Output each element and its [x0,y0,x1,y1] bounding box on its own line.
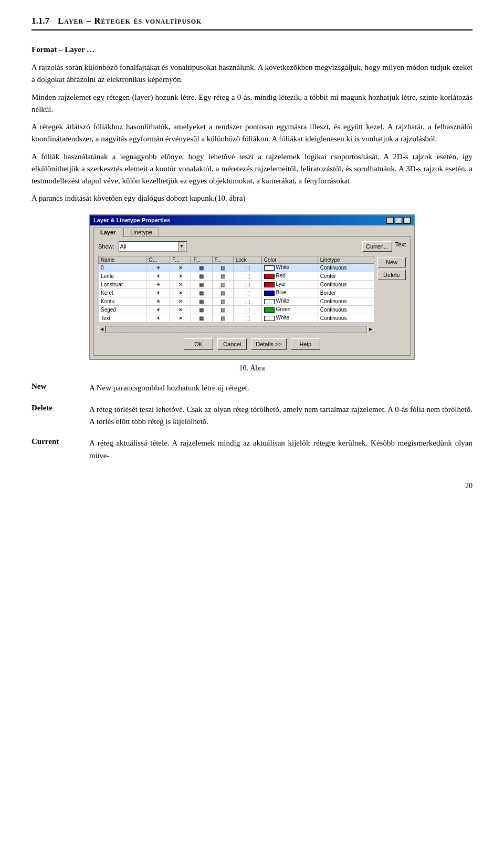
layer-name: 0 [99,263,146,272]
current-button[interactable]: Curren... [362,241,392,252]
layer-lock: ⬚ [233,272,261,280]
layer-lock: ⬚ [233,263,261,272]
layer-lock: ⬚ [233,314,261,322]
show-row: Show: All ▼ Curren... Text [98,241,406,252]
layer-icon-1: ✕ [170,280,191,288]
col-linetype: Linetype [318,256,374,263]
layer-color: Blue [261,288,318,297]
layer-icon-0: ☀ [146,272,170,280]
tab-linetype[interactable]: Linetype [123,228,159,236]
col-lock: Lock [233,256,261,263]
layer-color: Lyar [261,280,318,288]
table-row[interactable]: Keret☀✕▦▧⬚ BlueBorder [99,288,374,297]
ok-button[interactable]: OK [184,338,213,350]
page-number: 20 [32,482,472,490]
dialog-titlebar: Layer & Linetype Properties _ □ ✕ [90,215,414,225]
dialog-title: Layer & Linetype Properties [93,217,170,223]
layer-icon-0: ☀ [146,314,170,322]
show-dropdown[interactable]: All ▼ [119,241,187,252]
layer-icon-2: ▦ [191,280,212,288]
help-button[interactable]: Help [291,338,320,350]
show-right-buttons: Curren... Text [362,241,406,252]
layer-icon-2: ▦ [191,263,212,272]
col-o: O... [146,256,170,263]
layer-icon-2: ▦ [191,272,212,280]
table-row[interactable]: Lente☀✕▦▧⬚ RedCenter [99,272,374,280]
layer-lock: ⬚ [233,305,261,314]
show-label: Show: [98,243,114,250]
scroll-left-button[interactable]: ◀ [98,326,106,333]
layer-linetype: Continuous [318,297,374,305]
chapter-number: 1.1.7 [32,16,49,26]
scroll-right-button[interactable]: ▶ [367,326,374,333]
table-row[interactable]: Kontu☀✕▦▧⬚ WhiteContinuous [99,297,374,305]
new-button[interactable]: New [377,257,406,267]
layer-icon-1: ✕ [170,288,191,297]
layer-table-area: Name O... F... F... F... Lock Color Line… [98,256,374,336]
layer-icon-2: ▦ [191,305,212,314]
definition-row: DeleteA réteg törlését teszi lehetõvé. C… [32,404,472,438]
layer-icon-1: ✕ [170,305,191,314]
dialog-main-area: Name O... F... F... F... Lock Color Line… [98,256,406,336]
layer-linetype: Border [318,288,374,297]
layer-table: Name O... F... F... F... Lock Color Line… [98,256,374,323]
layer-lock: ⬚ [233,288,261,297]
table-row[interactable]: Text☀✕▦▧⬚ WhiteContinuous [99,314,374,322]
col-color: Color [261,256,318,263]
dialog-tabs: Layer Linetype [90,225,414,236]
table-row[interactable]: Lonstruat☀✕▦▧⬚ LyarContinuous [99,280,374,288]
layer-name: Text [99,314,146,322]
delete-button[interactable]: Delete [377,270,406,280]
maximize-button[interactable]: □ [395,217,402,224]
layer-color: White [261,297,318,305]
paragraph-5: A parancs indítását követõen egy dialógu… [32,192,472,204]
dialog-bottom-buttons: OK Cancel Details >> Help [98,336,406,351]
layer-icon-3: ▧ [212,314,233,322]
def-term: New [32,382,89,404]
paragraph-3: A rétegek átlátszó fóliákhoz hasonlíthat… [32,121,472,146]
table-row[interactable]: Seged☀✕▦▧⬚ GreenContinuous [99,305,374,314]
new-delete-buttons: New Delete [377,256,406,336]
layer-icon-3: ▧ [212,280,233,288]
def-term: Delete [32,404,89,438]
layer-icon-0: ☀ [146,297,170,305]
col-f2: F... [191,256,212,263]
layer-name: Kontu [99,297,146,305]
layer-icon-3: ▧ [212,305,233,314]
minimize-button[interactable]: _ [386,217,394,224]
layer-icon-0: ☀ [146,288,170,297]
layer-linetype: Continuous [318,280,374,288]
definition-row: CurrentA réteg aktuálissá tétele. A rajz… [32,437,472,471]
layer-icon-0: ☀ [146,263,170,272]
layer-color: White [261,314,318,322]
def-text: A réteg aktuálissá tétele. A rajzelemek … [89,437,472,471]
layer-color: White [261,263,318,272]
layer-icon-0: ☀ [146,280,170,288]
layer-icon-3: ▧ [212,272,233,280]
layer-icon-3: ▧ [212,288,233,297]
layer-color: Red [261,272,318,280]
def-term: Current [32,437,89,471]
tab-layer[interactable]: Layer [93,228,122,237]
layer-icon-1: ✕ [170,314,191,322]
figure-caption: 10. Ábra [32,364,472,373]
layer-icon-1: ✕ [170,272,191,280]
text-label: Text [395,241,406,252]
show-value: All [120,243,127,250]
layer-name: Keret [99,288,146,297]
details-button[interactable]: Details >> [251,338,287,350]
layer-icon-0: ☀ [146,305,170,314]
dropdown-arrow-icon: ▼ [178,242,185,251]
col-f1: F... [170,256,191,263]
layer-icon-1: ✕ [170,297,191,305]
layer-linetype: Continuous [318,305,374,314]
layer-name: Seged [99,305,146,314]
titlebar-buttons: _ □ ✕ [386,217,411,224]
horizontal-scrollbar[interactable]: ◀ ▶ [98,326,374,333]
table-row[interactable]: 0☀✕▦▧⬚ WhiteContinuous [99,263,374,272]
scrollbar-track[interactable] [106,326,367,333]
def-text: A réteg törlését teszi lehetõvé. Csak az… [89,404,472,438]
cancel-button[interactable]: Cancel [217,338,247,350]
chapter-header: 1.1.7 Layer – Rétegek és vonaltípusok [32,16,472,30]
close-button[interactable]: ✕ [403,217,411,224]
